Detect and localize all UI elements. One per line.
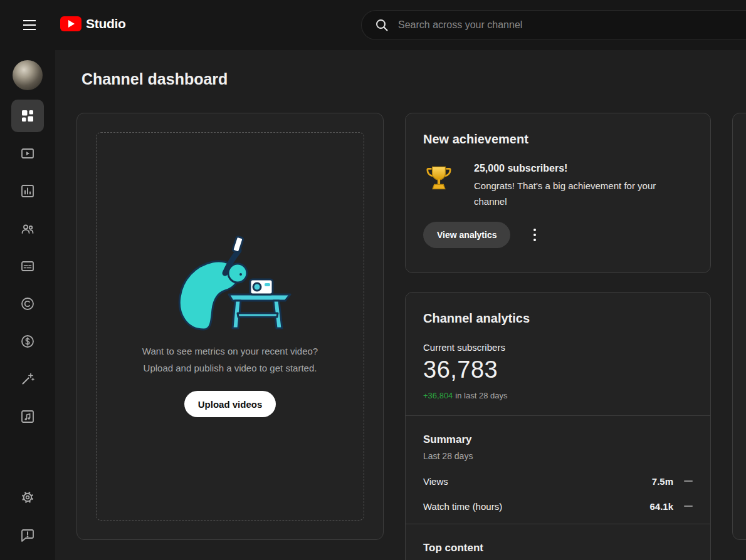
more-options-button[interactable]: [529, 227, 540, 242]
metric-row-views[interactable]: Views 7.5m: [406, 469, 710, 494]
youtube-studio-app: Studio: [0, 0, 746, 560]
upload-illustration: [167, 226, 293, 331]
search-input[interactable]: [398, 19, 746, 31]
summary-rows: Views 7.5m Watch time (hours) 64.1k: [406, 469, 710, 519]
subscriber-delta: +36,804in last 28 days: [423, 391, 693, 400]
upload-videos-button[interactable]: Upload videos: [184, 391, 276, 417]
sidebar-item-analytics[interactable]: [11, 175, 44, 207]
subtitles-icon: [20, 259, 35, 274]
studio-logo[interactable]: Studio: [60, 16, 126, 31]
trophy-icon: [423, 163, 454, 194]
current-subscribers-label: Current subscribers: [423, 342, 693, 353]
dashboard-main: Channel dashboard: [55, 50, 746, 560]
sidebar-item-content[interactable]: [11, 137, 44, 170]
audio-library-icon: [20, 409, 35, 424]
topbar: Studio: [0, 0, 746, 50]
sidebar-item-dashboard[interactable]: [11, 100, 44, 132]
earn-icon: [20, 334, 35, 349]
achievement-text: 25,000 subscribers! Congrats! That's a b…: [474, 163, 681, 209]
copyright-icon: [20, 296, 35, 311]
page-title: Channel dashboard: [81, 70, 228, 88]
content-icon: [20, 146, 35, 161]
sidebar-item-community[interactable]: [11, 212, 44, 245]
flat-trend-icon: [684, 506, 693, 507]
upload-message-line2: Upload and publish a video to get starte…: [144, 360, 317, 376]
delta-period: in last 28 days: [455, 391, 507, 400]
dashboard-icon: [20, 108, 35, 123]
achievement-row: 25,000 subscribers! Congrats! That's a b…: [423, 163, 693, 209]
delta-value: +36,804: [423, 391, 453, 400]
search-icon: [374, 18, 389, 33]
studio-logo-text: Studio: [86, 16, 126, 31]
achievement-card-title: New achievement: [423, 132, 693, 147]
next-card-peek: [732, 113, 746, 540]
divider: [406, 524, 710, 524]
search-bar: [361, 10, 746, 40]
latest-video-card: Want to see metrics on your recent video…: [76, 113, 384, 540]
customization-icon: [20, 371, 35, 386]
metric-label: Views: [423, 476, 652, 487]
divider: [406, 415, 710, 416]
new-achievement-card: New achievement 25,000 subscribers!: [405, 113, 711, 273]
summary-title: Summary: [423, 433, 693, 446]
channel-analytics-card: Channel analytics Current subscribers 36…: [405, 292, 711, 560]
top-content-title: Top content: [423, 542, 693, 554]
sidebar-item-earn[interactable]: [11, 325, 44, 358]
hamburger-icon: [22, 18, 37, 33]
achievement-actions: View analytics: [423, 222, 693, 248]
subscriber-count: 36,783: [423, 356, 693, 383]
achievement-headline: 25,000 subscribers!: [474, 163, 681, 174]
analytics-icon: [20, 184, 35, 199]
analytics-card-title: Channel analytics: [406, 293, 710, 326]
sidebar-item-feedback[interactable]: [11, 519, 44, 551]
achievement-description: Congrats! That's a big achievement for y…: [474, 178, 681, 209]
view-analytics-button[interactable]: View analytics: [423, 222, 510, 248]
settings-icon: [20, 490, 35, 505]
sidebar-item-customization[interactable]: [11, 363, 44, 395]
metric-value: 7.5m: [652, 476, 673, 487]
feedback-icon: [20, 527, 35, 542]
flat-trend-icon: [684, 480, 693, 482]
summary-period: Last 28 days: [423, 451, 693, 461]
sidebar-item-subtitles[interactable]: [11, 250, 44, 283]
upload-placeholder: Want to see metrics on your recent video…: [96, 132, 364, 521]
sidebar-item-copyright[interactable]: [11, 288, 44, 320]
metric-row-watch-time[interactable]: Watch time (hours) 64.1k: [406, 494, 710, 519]
metric-label: Watch time (hours): [423, 501, 649, 512]
sidebar: [0, 50, 55, 560]
metric-value: 64.1k: [649, 501, 673, 512]
sidebar-item-settings[interactable]: [11, 481, 44, 514]
channel-avatar[interactable]: [13, 60, 43, 90]
community-icon: [20, 221, 35, 236]
kebab-menu-icon: [529, 228, 540, 242]
youtube-play-icon: [60, 16, 81, 31]
hamburger-menu-button[interactable]: [21, 18, 38, 33]
upload-message-line1: Want to see metrics on your recent video…: [142, 343, 318, 359]
sidebar-item-audio-library[interactable]: [11, 400, 44, 433]
